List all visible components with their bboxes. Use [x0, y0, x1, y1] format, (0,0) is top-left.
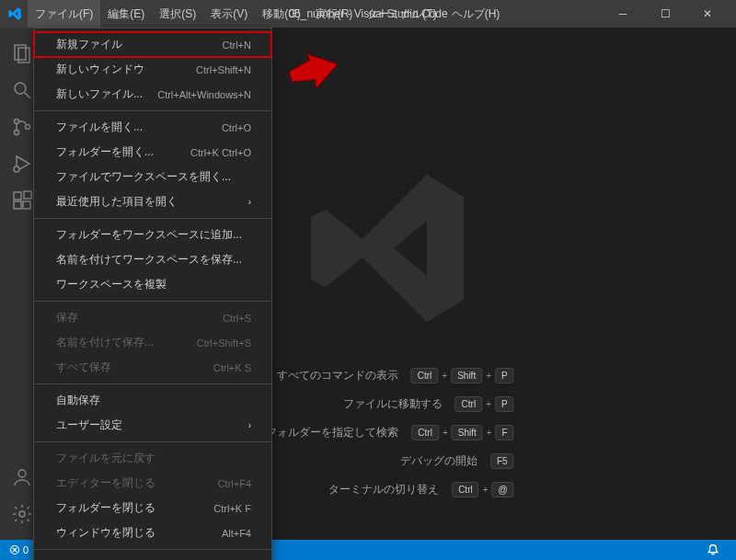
menu-item: 名前を付けて保存...Ctrl+Shift+S — [34, 330, 271, 355]
menu-item-label: ワークスペースを複製 — [56, 277, 167, 292]
menubar-item-1[interactable]: 編集(E) — [100, 0, 152, 28]
keycap: Shift — [452, 425, 483, 440]
menu-item-shortcut: Ctrl+K S — [213, 362, 251, 373]
menu-item-shortcut: Ctrl+Shift+S — [197, 337, 251, 349]
menu-item-shortcut: Ctrl+K F — [213, 503, 251, 514]
svg-line-4 — [25, 93, 30, 98]
hint-row: フォルダーを指定して検索Ctrl+Shift+F — [266, 425, 513, 440]
hint-label: デバッグの開始 — [400, 453, 477, 469]
status-notifications[interactable] — [707, 543, 719, 556]
keycap: @ — [492, 482, 514, 497]
menu-item-label: 新しいファイル... — [56, 86, 143, 102]
window-title: 05_number - Visual Studio Code — [288, 7, 447, 20]
menu-item[interactable]: フォルダーを開く...Ctrl+K Ctrl+O — [34, 140, 271, 165]
menu-item[interactable]: ファイルでワークスペースを開く... — [34, 165, 271, 189]
svg-point-5 — [15, 120, 19, 124]
plus-separator: + — [486, 399, 491, 409]
menu-item-shortcut: Ctrl+F4 — [218, 478, 251, 489]
menu-item-shortcut: Ctrl+N — [223, 40, 251, 51]
menu-item-label: 新規ファイル — [56, 37, 122, 52]
menu-separator — [34, 110, 271, 111]
menu-item[interactable]: フォルダーをワークスペースに追加... — [34, 223, 271, 247]
menubar-item-7[interactable]: ヘルプ(H) — [444, 0, 508, 28]
menu-item[interactable]: 新規ファイルCtrl+N — [34, 32, 271, 57]
menubar-item-0[interactable]: ファイル(F) — [28, 0, 100, 28]
plus-separator: + — [443, 428, 448, 438]
keycombo: F5 — [490, 453, 514, 469]
svg-rect-13 — [24, 191, 31, 199]
close-button[interactable]: ✕ — [686, 0, 729, 28]
error-icon — [9, 544, 20, 555]
menu-separator — [34, 549, 271, 550]
menubar-item-3[interactable]: 表示(V) — [203, 0, 255, 28]
keycombo: Ctrl+Shift+F — [411, 425, 513, 440]
menu-item[interactable]: 終了 — [34, 554, 271, 560]
status-errors[interactable]: 0 — [9, 544, 29, 555]
menu-item: ファイルを元に戻す — [34, 446, 271, 471]
menu-item[interactable]: 最近使用した項目を開く› — [34, 189, 271, 214]
svg-rect-12 — [23, 201, 30, 209]
menu-item[interactable]: ウィンドウを閉じるAlt+F4 — [34, 520, 271, 545]
menu-item-label: 名前を付けて保存... — [56, 335, 154, 350]
menu-item-label: ファイルでワークスペースを開く... — [56, 169, 231, 185]
menu-item-shortcut: Ctrl+K Ctrl+O — [190, 147, 251, 158]
hint-row: すべてのコマンドの表示Ctrl+Shift+P — [266, 368, 513, 383]
menu-separator — [34, 383, 271, 384]
menu-item-label: フォルダーを開く... — [56, 144, 154, 160]
hint-label: フォルダーを指定して検索 — [266, 425, 398, 440]
svg-point-6 — [15, 131, 19, 135]
menu-separator — [34, 301, 271, 302]
callout-arrow-icon — [285, 51, 340, 92]
menu-item-label: ファイルを開く... — [56, 120, 143, 135]
plus-separator: + — [483, 485, 489, 495]
menu-item: すべて保存Ctrl+K S — [34, 355, 271, 380]
menu-item[interactable]: 自動保存 — [34, 388, 271, 413]
menu-item-shortcut: Ctrl+Shift+N — [196, 64, 251, 75]
keycap: Ctrl — [411, 425, 439, 440]
menu-item[interactable]: ワークスペースを複製 — [34, 272, 271, 297]
svg-rect-10 — [14, 192, 21, 200]
menu-separator — [34, 441, 271, 442]
chevron-right-icon: › — [248, 197, 251, 207]
menu-item-label: ユーザー設定 — [56, 417, 122, 433]
menu-item[interactable]: 新しいウィンドウCtrl+Shift+N — [34, 57, 271, 82]
menu-item[interactable]: ファイルを開く...Ctrl+O — [34, 115, 271, 140]
svg-point-14 — [18, 470, 26, 477]
error-count: 0 — [23, 544, 29, 555]
welcome-hints: すべてのコマンドの表示Ctrl+Shift+Pファイルに移動するCtrl+Pフォ… — [266, 368, 513, 510]
vscode-watermark-icon — [298, 156, 482, 340]
svg-marker-0 — [286, 51, 340, 92]
bell-icon — [707, 543, 719, 556]
maximize-button[interactable]: ☐ — [644, 0, 686, 28]
menu-item-label: ファイルを元に戻す — [56, 451, 155, 466]
menu-item-label: 名前を付けてワークスペースを保存... — [56, 252, 242, 268]
menu-item-label: 自動保存 — [56, 393, 100, 408]
hint-label: ターミナルの切り替え — [328, 482, 439, 497]
menu-separator — [34, 218, 271, 219]
svg-point-9 — [14, 166, 19, 172]
menu-item[interactable]: フォルダーを閉じるCtrl+K F — [34, 496, 271, 520]
menu-item[interactable]: ユーザー設定› — [34, 413, 271, 438]
menu-item[interactable]: 新しいファイル...Ctrl+Alt+Windows+N — [34, 82, 271, 107]
chevron-right-icon: › — [248, 420, 251, 430]
menu-item-shortcut: Ctrl+S — [223, 313, 251, 324]
hint-label: すべてのコマンドの表示 — [277, 368, 398, 383]
svg-rect-11 — [14, 201, 21, 209]
keycap: F5 — [490, 453, 514, 469]
title-bar: ファイル(F)編集(E)選択(S)表示(V)移動(G)実行(R)ターミナル(T)… — [0, 0, 736, 28]
menu-item-label: フォルダーをワークスペースに追加... — [56, 227, 242, 243]
vscode-logo-icon — [7, 6, 22, 21]
keycap: Ctrl — [411, 368, 439, 383]
svg-point-7 — [26, 125, 30, 130]
window-controls: ─ ☐ ✕ — [602, 0, 729, 28]
plus-separator: + — [487, 428, 492, 438]
menu-item-label: フォルダーを閉じる — [56, 500, 155, 516]
hint-row: デバッグの開始F5 — [266, 453, 513, 469]
menu-item[interactable]: 名前を付けてワークスペースを保存... — [34, 247, 271, 272]
menubar-item-2[interactable]: 選択(S) — [152, 0, 203, 28]
keycombo: Ctrl+P — [455, 396, 514, 412]
minimize-button[interactable]: ─ — [602, 0, 644, 28]
keycap: P — [495, 396, 514, 412]
menu-item-shortcut: Ctrl+O — [222, 122, 251, 133]
keycap: F — [496, 425, 514, 440]
